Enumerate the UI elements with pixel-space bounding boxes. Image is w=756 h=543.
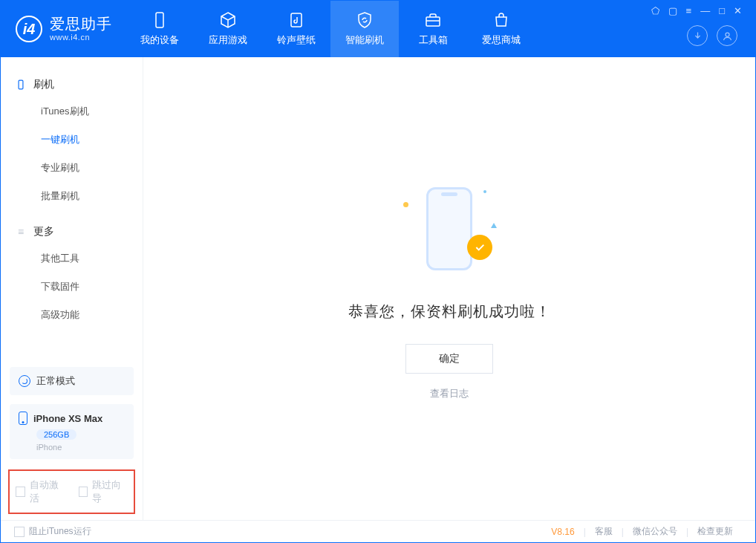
tab-label: 应用游戏 [209,33,247,47]
sidebar-item-batch-flash[interactable]: 批量刷机 [1,182,143,210]
checkbox-icon [16,487,25,497]
body: 刷机 iTunes刷机 一键刷机 专业刷机 批量刷机 ≡ 更多 其他工具 下载固… [1,57,755,520]
device-name: iPhone XS Max [33,413,102,424]
sidebar-item-oneclick-flash[interactable]: 一键刷机 [1,126,143,154]
minimize-button[interactable]: — [700,5,710,16]
mode-label: 正常模式 [36,374,75,388]
svg-rect-1 [291,13,302,27]
success-illustration [397,177,501,281]
checkbox-auto-activate[interactable]: 自动激活 [16,478,65,505]
checkbox-label: 跳过向导 [92,478,128,505]
success-message: 恭喜您，保资料刷机成功啦！ [348,302,551,322]
sparkle-icon [491,223,497,228]
download-button[interactable] [687,25,708,46]
sidebar: 刷机 iTunes刷机 一键刷机 专业刷机 批量刷机 ≡ 更多 其他工具 下载固… [1,57,143,520]
checkbox-skip-guide[interactable]: 跳过向导 [79,478,128,505]
svg-rect-0 [156,13,163,27]
ok-button[interactable]: 确定 [405,344,493,374]
tab-label: 智能刷机 [345,33,384,47]
tab-label: 爱思商城 [482,33,521,47]
checkbox-label: 阻止iTunes运行 [29,525,91,538]
sidebar-group-flash: 刷机 [1,72,143,97]
logo-text: 爱思助手 www.i4.cn [50,16,112,42]
feedback-icon[interactable]: ▢ [668,5,677,16]
user-button[interactable] [717,25,737,46]
tab-label: 我的设备 [140,33,179,47]
app-name-cn: 爱思助手 [50,16,112,33]
phone-icon [426,187,472,270]
app-name-en: www.i4.cn [50,33,112,42]
sidebar-item-other-tools[interactable]: 其他工具 [1,244,143,273]
tab-store[interactable]: 爱思商城 [467,1,535,57]
device-card[interactable]: iPhone XS Max 256GB iPhone [10,404,134,459]
toolbox-icon [424,11,442,29]
svg-point-3 [726,33,729,36]
tab-toolbox[interactable]: 工具箱 [399,1,467,57]
maximize-button[interactable]: □ [719,5,725,16]
version-label: V8.16 [551,527,574,537]
sidebar-group-more: ≡ 更多 [1,219,143,244]
shirt-icon[interactable]: ⬠ [651,5,659,16]
device-brand: iPhone [36,443,125,452]
logo-icon: i4 [16,16,42,42]
tab-apps[interactable]: 应用游戏 [194,1,262,57]
close-button[interactable]: ✕ [734,5,742,16]
checkbox-icon [79,487,88,497]
group-title: 刷机 [33,78,54,91]
group-title: 更多 [33,225,54,238]
sidebar-item-pro-flash[interactable]: 专业刷机 [1,154,143,182]
sidebar-item-download-firmware[interactable]: 下载固件 [1,273,143,301]
shield-refresh-icon [356,11,374,29]
flash-options-box: 自动激活 跳过向导 [8,469,135,514]
header-right: ⬠ ▢ ≡ — □ ✕ [645,1,748,57]
mode-icon [19,375,30,387]
tab-ringtones[interactable]: 铃声壁纸 [262,1,330,57]
footer-link-service[interactable]: 客服 [586,525,622,538]
header: i4 爱思助手 www.i4.cn 我的设备 应用游戏 铃声壁纸 智能刷机 工具… [1,1,755,57]
footer-link-update[interactable]: 检查更新 [688,525,742,538]
checkbox-label: 自动激活 [30,478,65,505]
user-controls [687,25,748,46]
device-icon [19,412,27,425]
footer-link-wechat[interactable]: 微信公众号 [624,525,686,538]
device-icon [16,79,26,90]
phone-icon [151,11,169,29]
device-capacity: 256GB [36,429,76,440]
sparkle-icon [403,202,408,207]
sidebar-item-itunes-flash[interactable]: iTunes刷机 [1,97,143,126]
tab-label: 工具箱 [419,33,448,47]
tab-flash[interactable]: 智能刷机 [330,1,399,57]
footer: 阻止iTunes运行 V8.16 | 客服 | 微信公众号 | 检查更新 [1,520,755,542]
tab-my-device[interactable]: 我的设备 [126,1,194,57]
sidebar-item-advanced[interactable]: 高级功能 [1,301,143,329]
logo[interactable]: i4 爱思助手 www.i4.cn [1,1,126,57]
mode-card[interactable]: 正常模式 [10,367,134,395]
header-tabs: 我的设备 应用游戏 铃声壁纸 智能刷机 工具箱 爱思商城 [126,1,535,57]
tab-label: 铃声壁纸 [277,33,316,47]
menu-icon[interactable]: ≡ [686,5,692,16]
main-content: 恭喜您，保资料刷机成功啦！ 确定 查看日志 [143,57,755,520]
bag-icon [492,11,510,29]
view-log-link[interactable]: 查看日志 [430,387,469,400]
svg-rect-2 [426,17,440,26]
sparkle-icon [483,190,486,193]
music-file-icon [287,11,305,29]
checkbox-stop-itunes[interactable]: 阻止iTunes运行 [14,525,91,538]
success-badge-icon [467,235,492,260]
cube-icon [219,11,237,29]
window-controls: ⬠ ▢ ≡ — □ ✕ [645,1,748,21]
list-icon: ≡ [16,227,26,237]
checkbox-icon [14,527,25,537]
svg-rect-4 [19,80,23,89]
